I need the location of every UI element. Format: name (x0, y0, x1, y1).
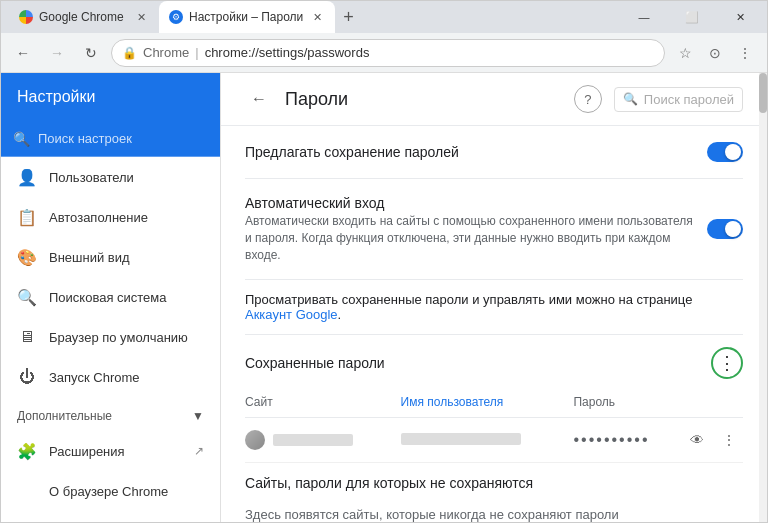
address-prefix: Chrome (143, 45, 189, 60)
sidebar-item-autofill[interactable]: 📋 Автозаполнение (1, 197, 220, 237)
col-actions (683, 387, 743, 418)
tab-settings-icon: ⚙ (169, 10, 183, 24)
new-tab-button[interactable]: + (335, 1, 362, 33)
address-text: chrome://settings/passwords (205, 45, 654, 60)
sidebar-item-appearance[interactable]: 🎨 Внешний вид (1, 237, 220, 277)
tab-google-label: Google Chrome (39, 10, 127, 24)
content-back-button[interactable]: ← (245, 85, 273, 113)
row-site-cell (245, 418, 401, 463)
sidebar-item-browser-label: Браузер по умолчанию (49, 330, 188, 345)
scrollbar-track[interactable] (759, 73, 767, 522)
show-password-button[interactable]: 👁 (683, 426, 711, 454)
window-controls: — ⬜ ✕ (621, 1, 767, 33)
google-account-link[interactable]: Аккаунт Google (245, 307, 338, 322)
setting-auto-signin-text: Автоматический вход Автоматически входит… (245, 195, 695, 263)
col-password: Пароль (573, 387, 683, 418)
sidebar-item-about[interactable]: О браузере Chrome (1, 471, 220, 511)
sidebar-header: Настройки (1, 73, 220, 121)
external-link-icon: ↗ (194, 444, 204, 458)
site-name (273, 434, 353, 446)
row-actions: 👁 ⋮ (683, 426, 743, 454)
sidebar-title: Настройки (17, 88, 95, 106)
sidebar-item-startup[interactable]: ⏻ Запуск Chrome (1, 357, 220, 397)
info-text-after: . (338, 307, 342, 322)
toggle-auto-signin[interactable] (707, 219, 743, 239)
forward-button[interactable]: → (43, 39, 71, 67)
appearance-icon: 🎨 (17, 247, 37, 267)
content-area: ← Пароли ? 🔍 Поиск паролей Предлагать со… (221, 73, 767, 522)
content-title: Пароли (285, 89, 562, 110)
sidebar-item-users-label: Пользователи (49, 170, 134, 185)
sidebar-section-advanced[interactable]: Дополнительные ▼ (1, 401, 220, 431)
password-search[interactable]: 🔍 Поиск паролей (614, 87, 743, 112)
user-icon: 👤 (17, 167, 37, 187)
password-search-icon: 🔍 (623, 92, 638, 106)
passwords-table: Сайт Имя пользователя Пароль (245, 387, 743, 463)
sidebar-item-default-browser[interactable]: 🖥 Браузер по умолчанию (1, 317, 220, 357)
password-dots: •••••••••• (573, 431, 649, 448)
sidebar-search-bar[interactable]: 🔍 (1, 121, 220, 157)
setting-auto-signin-title: Автоматический вход (245, 195, 695, 211)
col-site: Сайт (245, 387, 401, 418)
setting-auto-signin: Автоматический вход Автоматически входит… (245, 179, 743, 280)
sidebar-search-input[interactable] (38, 131, 208, 146)
table-row: •••••••••• 👁 ⋮ (245, 418, 743, 463)
sidebar-item-users[interactable]: 👤 Пользователи (1, 157, 220, 197)
main-area: Настройки 🔍 👤 Пользователи 📋 Автозаполне… (1, 73, 767, 522)
setting-offer-save-text: Предлагать сохранение паролей (245, 144, 695, 160)
menu-button[interactable]: ⋮ (731, 39, 759, 67)
sidebar-item-search-label: Поисковая система (49, 290, 167, 305)
toggle-offer-save[interactable] (707, 142, 743, 162)
scrollbar-thumb[interactable] (759, 73, 767, 113)
autofill-icon: 📋 (17, 207, 37, 227)
maximize-button[interactable]: ⬜ (669, 1, 715, 33)
row-more-button[interactable]: ⋮ (715, 426, 743, 454)
close-button[interactable]: ✕ (717, 1, 763, 33)
no-save-desc: Здесь появятся сайты, которые никогда не… (245, 499, 743, 522)
password-search-placeholder: Поиск паролей (644, 92, 734, 107)
sidebar-item-extensions[interactable]: 🧩 Расширения ↗ (1, 431, 220, 471)
help-button[interactable]: ? (574, 85, 602, 113)
back-button[interactable]: ← (9, 39, 37, 67)
nav-bar: ← → ↻ 🔒 Chrome | chrome://settings/passw… (1, 33, 767, 73)
info-text-row: Просматривать сохраненные пароли и управ… (245, 280, 743, 335)
tab-google-icon (19, 10, 33, 24)
info-text-content: Просматривать сохраненные пароли и управ… (245, 292, 692, 307)
setting-auto-signin-desc: Автоматически входить на сайты с помощью… (245, 213, 695, 263)
minimize-button[interactable]: — (621, 1, 667, 33)
sidebar-item-autofill-label: Автозаполнение (49, 210, 148, 225)
address-lock-icon: 🔒 (122, 46, 137, 60)
saved-passwords-more-button[interactable]: ⋮ (711, 347, 743, 379)
sidebar-item-about-label: О браузере Chrome (49, 484, 168, 499)
row-username-cell (401, 418, 574, 463)
user-button[interactable]: ⊙ (701, 39, 729, 67)
content-header: ← Пароли ? 🔍 Поиск паролей (221, 73, 767, 126)
tab-settings-label: Настройки – Пароли (189, 10, 303, 24)
row-actions-cell: 👁 ⋮ (683, 418, 743, 463)
tab-google-chrome[interactable]: Google Chrome ✕ (9, 1, 159, 33)
tab-settings-passwords[interactable]: ⚙ Настройки – Пароли ✕ (159, 1, 335, 33)
startup-icon: ⏻ (17, 367, 37, 387)
sidebar-item-appearance-label: Внешний вид (49, 250, 130, 265)
bookmark-button[interactable]: ☆ (671, 39, 699, 67)
tab-google-close[interactable]: ✕ (133, 9, 149, 25)
setting-offer-save-title: Предлагать сохранение паролей (245, 144, 695, 160)
site-favicon (245, 430, 265, 450)
sidebar-search-icon: 🔍 (13, 131, 30, 147)
extensions-icon: 🧩 (17, 441, 37, 461)
address-bar[interactable]: 🔒 Chrome | chrome://settings/passwords (111, 39, 665, 67)
saved-passwords-section: Сохраненные пароли ⋮ (245, 335, 743, 387)
search-engine-icon: 🔍 (17, 287, 37, 307)
title-bar: Google Chrome ✕ ⚙ Настройки – Пароли ✕ +… (1, 1, 767, 33)
col-username: Имя пользователя (401, 387, 574, 418)
setting-offer-save: Предлагать сохранение паролей (245, 126, 743, 179)
nav-right-icons: ☆ ⊙ ⋮ (671, 39, 759, 67)
saved-passwords-title: Сохраненные пароли (245, 355, 711, 371)
sidebar-item-search[interactable]: 🔍 Поисковая система (1, 277, 220, 317)
no-save-section: Сайты, пароли для которых не сохраняются… (245, 463, 743, 522)
sidebar-item-extensions-label: Расширения (49, 444, 125, 459)
username-value (401, 433, 521, 445)
content-body: Предлагать сохранение паролей Автоматиче… (221, 126, 767, 522)
reload-button[interactable]: ↻ (77, 39, 105, 67)
tab-settings-close[interactable]: ✕ (309, 9, 325, 25)
